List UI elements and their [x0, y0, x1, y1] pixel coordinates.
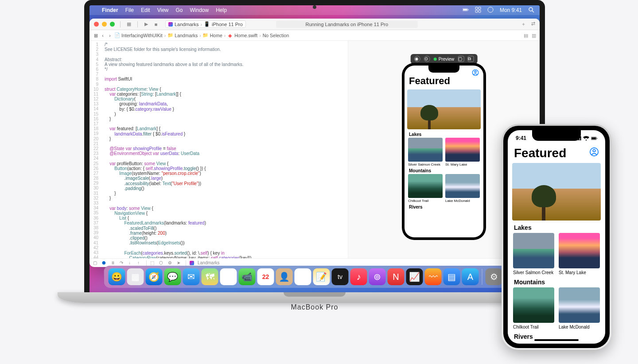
- control-center-icon[interactable]: [475, 7, 481, 14]
- landmark-name: Lake McDonald: [445, 198, 480, 203]
- breadcrumb-item[interactable]: No Selection: [263, 33, 289, 38]
- library-add-icon[interactable]: ＋: [521, 21, 526, 27]
- dock-app-podcasts[interactable]: ⊚: [369, 268, 386, 285]
- menu-edit[interactable]: Edit: [141, 7, 150, 13]
- nav-back-icon[interactable]: ‹: [100, 33, 105, 38]
- dock-app-stocks[interactable]: 📈: [406, 268, 423, 285]
- dock-app-music[interactable]: ♪: [350, 268, 367, 285]
- live-preview-icon[interactable]: ◉: [414, 56, 420, 62]
- status-time: 9:41: [516, 135, 526, 141]
- iphone-app-screen[interactable]: 9:41 Featured LakesSilver Salmon CreekSt…: [508, 130, 605, 344]
- landmark-card[interactable]: St. Mary Lake: [559, 233, 600, 275]
- code-review-icon[interactable]: ⇄: [531, 21, 535, 27]
- dock-app-news[interactable]: N: [388, 268, 405, 285]
- device-settings-icon[interactable]: ▢: [458, 56, 464, 62]
- dock-app-launchpad[interactable]: ▦: [127, 268, 144, 285]
- code-editor[interactable]: 1234567891011121314151617181920212223242…: [89, 41, 348, 258]
- spotlight-icon[interactable]: [528, 7, 534, 14]
- preview-settings-icon[interactable]: ⊙: [424, 56, 430, 62]
- editor-layout-icon[interactable]: ▤: [524, 33, 528, 38]
- profile-icon[interactable]: [472, 69, 479, 78]
- dock-app-maps[interactable]: 🗺: [202, 268, 218, 285]
- featured-image[interactable]: [512, 163, 601, 221]
- dock-app-photos[interactable]: ❋: [220, 268, 237, 285]
- run-button[interactable]: ▶: [143, 21, 149, 27]
- landmark-card[interactable]: Chilkoot Trail: [513, 287, 554, 329]
- step-over-icon[interactable]: ↷: [120, 260, 125, 265]
- svg-point-20: [593, 150, 595, 152]
- stop-button[interactable]: ■: [153, 22, 159, 27]
- dock-app-settings[interactable]: ⚙: [486, 268, 502, 285]
- landmark-card[interactable]: Lake McDonald: [445, 174, 480, 203]
- clock[interactable]: Mon 9:41: [500, 7, 522, 13]
- profile-icon[interactable]: [589, 147, 599, 159]
- dock-app-finder[interactable]: 😀: [109, 268, 125, 285]
- dock-app-keynote[interactable]: ▤: [443, 268, 460, 285]
- window-close-button[interactable]: [94, 22, 99, 27]
- nav-forward-icon[interactable]: ›: [107, 33, 113, 38]
- dock-app-safari[interactable]: 🧭: [146, 268, 163, 285]
- category-row: Chilkoot TrailLake McDonald: [508, 287, 605, 329]
- landmark-image: [559, 287, 600, 323]
- landmark-card[interactable]: St. Mary Lake: [445, 138, 480, 167]
- iphone-device: 9:41 Featured LakesSilver Salmon CreekSt…: [502, 124, 611, 350]
- pause-icon[interactable]: ⏸: [111, 260, 116, 265]
- jump-bar[interactable]: ⊞ ‹ › 📄InterfacingWithUIKit› 📁Landmarks›…: [89, 30, 540, 41]
- step-into-icon[interactable]: ↓: [128, 260, 134, 265]
- xcode-titlebar: ▦ ▶ ■ Landmarks › 📱 iPhone 11 Pro Runnin…: [89, 19, 540, 30]
- dock-app-notes[interactable]: 📝: [313, 268, 330, 285]
- landmark-image: [513, 233, 554, 268]
- landmark-card[interactable]: Silver Salmon Creek: [513, 233, 554, 275]
- code-content[interactable]: /*See LICENSE folder for this sample's l…: [101, 41, 348, 258]
- landmark-card[interactable]: Chilkoot Trail: [408, 174, 443, 203]
- dock-app-messages[interactable]: 💬: [164, 268, 181, 285]
- svg-rect-6: [478, 10, 481, 12]
- duplicate-preview-icon[interactable]: ⧉: [467, 56, 474, 62]
- dock-app-appstore[interactable]: A: [462, 268, 479, 285]
- dock-app-tv[interactable]: tv: [332, 268, 349, 285]
- dock-app-voicememos[interactable]: 〰: [425, 268, 442, 285]
- battery-icon[interactable]: [463, 7, 469, 14]
- editor-area: 1234567891011121314151617181920212223242…: [89, 41, 540, 258]
- breadcrumb-item[interactable]: Home.swift: [234, 33, 257, 38]
- memory-graph-icon[interactable]: ⬡: [159, 260, 164, 265]
- breadcrumb-item[interactable]: Home: [210, 33, 222, 38]
- environment-icon[interactable]: ⚙: [168, 260, 173, 265]
- breadcrumb-item[interactable]: Landmarks: [175, 33, 198, 38]
- landmark-name: Silver Salmon Creek: [513, 268, 554, 275]
- breakpoints-icon[interactable]: ⬣: [102, 260, 107, 265]
- debug-view-icon[interactable]: ⬚: [150, 260, 156, 265]
- dock-app-contacts[interactable]: 👤: [276, 268, 293, 285]
- window-zoom-button[interactable]: [110, 22, 115, 27]
- preview-app-screen[interactable]: Featured LakesSilver Salmon CreekSt. Mar…: [405, 66, 483, 237]
- siri-icon[interactable]: [487, 7, 494, 14]
- dock-app-calendar[interactable]: 22: [257, 268, 274, 285]
- menu-window[interactable]: Window: [190, 7, 209, 13]
- menu-view[interactable]: View: [157, 7, 169, 13]
- home-indicator[interactable]: [534, 339, 579, 341]
- related-items-icon[interactable]: ⊞: [93, 33, 98, 38]
- canvas-toolbar: ◉ ⊙ Preview ▢ ⧉: [411, 54, 478, 64]
- scheme-selector[interactable]: Landmarks › 📱 iPhone 11 Pro: [165, 20, 246, 28]
- landmark-name: St. Mary Lake: [445, 162, 480, 167]
- breadcrumb-item[interactable]: InterfacingWithUIKit: [121, 33, 163, 38]
- menu-help[interactable]: Help: [216, 7, 227, 13]
- landmark-card[interactable]: Lake McDonald: [559, 287, 600, 329]
- app-menu[interactable]: Finder: [102, 7, 118, 13]
- process-name[interactable]: Landmarks: [198, 260, 219, 265]
- svg-point-11: [475, 71, 476, 73]
- menu-file[interactable]: File: [125, 7, 134, 13]
- dock-app-reminders[interactable]: ☑: [295, 268, 311, 285]
- inspector-toggle-icon[interactable]: ▥: [532, 33, 536, 38]
- dock-app-facetime[interactable]: 📹: [239, 268, 256, 285]
- hide-debug-icon[interactable]: ▢: [93, 260, 98, 265]
- dock-app-mail[interactable]: ✉: [183, 268, 200, 285]
- featured-image[interactable]: [407, 89, 481, 129]
- location-icon[interactable]: ➤: [177, 260, 182, 265]
- sidebar-toggle-icon[interactable]: ▦: [126, 21, 132, 27]
- step-out-icon[interactable]: ↑: [137, 260, 143, 265]
- app-icon: [190, 261, 194, 265]
- landmark-card[interactable]: Silver Salmon Creek: [408, 138, 443, 167]
- window-minimize-button[interactable]: [102, 22, 107, 27]
- menu-go[interactable]: Go: [176, 7, 183, 13]
